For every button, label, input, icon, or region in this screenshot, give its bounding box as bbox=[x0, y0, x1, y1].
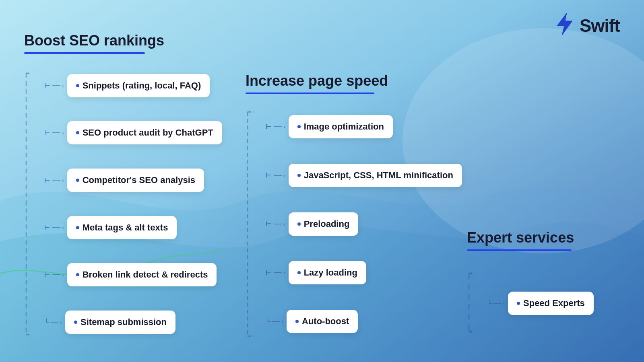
seo-row-1: ⊢ › Snippets (rating, local, FAQ) bbox=[44, 74, 222, 97]
connector-4: ⊢ › bbox=[44, 224, 64, 231]
seo-row-2: ⊢ › SEO product audit by ChatGPT bbox=[44, 121, 222, 144]
seo-row-3: ⊢ › Competitor's SEO analysis bbox=[44, 169, 222, 192]
seo-item-3: Competitor's SEO analysis bbox=[67, 169, 204, 192]
speed-row-4: ⊢ › Lazy loading bbox=[266, 261, 462, 284]
expert-title: Expert services bbox=[467, 229, 574, 246]
expert-row-1: └ › Speed Experts bbox=[487, 292, 594, 315]
seo-item-2: SEO product audit by ChatGPT bbox=[67, 121, 222, 144]
speed-item-5: Auto-boost bbox=[287, 310, 358, 333]
speed-row-5: └ › Auto-boost bbox=[266, 310, 462, 333]
expert-item-1: Speed Experts bbox=[508, 292, 594, 315]
speed-underline bbox=[246, 93, 374, 94]
seo-underline bbox=[24, 52, 145, 54]
seo-item-1: Snippets (rating, local, FAQ) bbox=[67, 74, 210, 97]
seo-row-4: ⊢ › Meta tags & alt texts bbox=[44, 216, 222, 239]
expert-bracket-svg bbox=[467, 259, 481, 346]
connector-2: ⊢ › bbox=[44, 129, 64, 137]
speed-item-1: Image optimization bbox=[289, 115, 393, 138]
seo-title: Boost SEO rankings bbox=[24, 32, 164, 49]
connector-6: └ › bbox=[44, 319, 62, 326]
column-speed: Increase page speed ⊢ › Image optimizati… bbox=[246, 72, 443, 346]
speed-item-4: Lazy loading bbox=[289, 261, 366, 284]
seo-row-6: └ › Sitemap submission bbox=[44, 311, 222, 334]
speed-bracket-container: ⊢ › Image optimization ⊢ › Jav bbox=[246, 102, 462, 346]
seo-item-5: Broken link detect & redirects bbox=[67, 263, 217, 286]
connector-1: ⊢ › bbox=[44, 82, 64, 89]
speed-item-3: Preloading bbox=[289, 212, 359, 236]
main-content: Boost SEO rankings ⊢ › Snippets (rating,… bbox=[24, 32, 620, 346]
speed-item-2: JavaScript, CSS, HTML minification bbox=[289, 164, 462, 187]
speed-bracket-svg bbox=[246, 102, 260, 346]
speed-row-1: ⊢ › Image optimization bbox=[266, 115, 462, 138]
speed-row-2: ⊢ › JavaScript, CSS, HTML minification bbox=[266, 164, 462, 187]
speed-title: Increase page speed bbox=[246, 72, 388, 89]
seo-bracket-svg bbox=[24, 62, 38, 346]
connector-5: ⊢ › bbox=[44, 271, 64, 279]
expert-underline bbox=[467, 249, 572, 251]
seo-row-5: ⊢ › Broken link detect & redirects bbox=[44, 263, 222, 286]
speed-row-3: ⊢ › Preloading bbox=[266, 212, 462, 236]
seo-item-4: Meta tags & alt texts bbox=[67, 216, 177, 239]
column-expert: Expert services └ › Speed Experts bbox=[467, 229, 620, 346]
seo-item-6: Sitemap submission bbox=[65, 311, 175, 334]
seo-bracket-container: ⊢ › Snippets (rating, local, FAQ) ⊢ › bbox=[24, 62, 222, 346]
connector-3: ⊢ › bbox=[44, 177, 64, 184]
column-seo: Boost SEO rankings ⊢ › Snippets (rating,… bbox=[24, 32, 221, 346]
expert-bracket-container: └ › Speed Experts bbox=[467, 259, 594, 346]
